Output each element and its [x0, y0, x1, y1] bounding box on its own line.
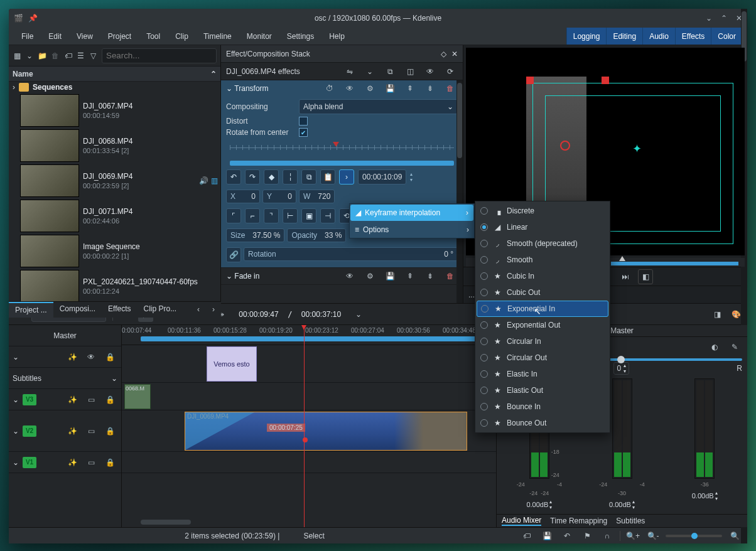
- kf-prev-icon[interactable]: ↶: [226, 169, 241, 185]
- menu-project[interactable]: Project: [100, 32, 139, 41]
- workspace-color[interactable]: Color: [711, 28, 742, 45]
- kf-del-icon[interactable]: ╎: [283, 169, 298, 185]
- tab-next-icon[interactable]: ›: [206, 302, 221, 317]
- subtitle-clip[interactable]: Vemos esto: [207, 346, 257, 382]
- h-scrollbar[interactable]: [141, 520, 191, 525]
- menu-monitor[interactable]: Monitor: [239, 32, 279, 41]
- playhead-icon[interactable]: [333, 142, 339, 147]
- workspace-editing[interactable]: Editing: [606, 28, 642, 45]
- tc-stepper[interactable]: ▴▾: [410, 171, 413, 183]
- search-input[interactable]: [102, 48, 217, 63]
- interp-bounce-out[interactable]: ★ Bounce Out: [477, 415, 608, 431]
- mon-fx-icon[interactable]: ✎: [727, 340, 742, 355]
- keyframe-icon[interactable]: ⏱: [322, 81, 337, 96]
- interp-exponential-out[interactable]: ★ Exponential Out: [477, 317, 608, 333]
- interp-elastic-in[interactable]: ★ Elastic In: [477, 366, 608, 382]
- clip-0068[interactable]: 0068.M: [124, 384, 151, 409]
- x-field[interactable]: X0: [226, 190, 260, 203]
- tc-dropdown-icon[interactable]: ⌄: [351, 307, 366, 322]
- interp-cubic-in[interactable]: ★ Cubic In: [477, 268, 608, 284]
- split-icon[interactable]: ⇋: [342, 64, 357, 79]
- snap-icon[interactable]: ∩: [600, 528, 615, 543]
- interp-smooth-deprecated-[interactable]: ◞ Smooth (deprecated): [477, 235, 608, 252]
- lock-icon[interactable]: 🔒: [102, 392, 117, 407]
- size-field[interactable]: Size37.50 %: [226, 228, 284, 242]
- menu-help[interactable]: Help: [321, 32, 352, 41]
- y-field[interactable]: Y0: [262, 190, 296, 203]
- maximize-button[interactable]: ⌃: [720, 14, 728, 23]
- interp-circular-in[interactable]: ★ Circular In: [477, 333, 608, 350]
- timer-icon[interactable]: ⟳: [443, 64, 458, 79]
- clip-item[interactable]: DJI_0068.MP4 00:01:33:54 [2]: [9, 128, 220, 163]
- crop-icon[interactable]: ◧: [638, 269, 653, 284]
- mute-icon[interactable]: ▭: [84, 392, 99, 407]
- menu-settings[interactable]: Settings: [279, 32, 321, 41]
- movedown-icon[interactable]: ⇟: [423, 269, 438, 284]
- sort-icon[interactable]: ⌃: [210, 70, 217, 78]
- mute-icon[interactable]: ▭: [84, 424, 99, 439]
- tab-audiomixer[interactable]: Audio Mixer: [502, 516, 541, 526]
- eye-icon[interactable]: 👁: [84, 350, 99, 365]
- align-mc-icon[interactable]: ▣: [301, 208, 316, 223]
- menu-keyframe-interpolation[interactable]: ◢ Keyframe interpolation›: [350, 205, 473, 221]
- timeline-timecode[interactable]: 00:00:09:47 / 00:00:37:10: [232, 310, 347, 319]
- db-input-2[interactable]: 0.00dB▴▾: [609, 499, 635, 510]
- db-input-1[interactable]: 0.00dB▴▾: [526, 499, 552, 510]
- track-collapse[interactable]: ⌄ ✨ 👁 🔒: [9, 346, 121, 368]
- pin-icon[interactable]: 📌: [28, 14, 38, 23]
- rotation-lock-icon[interactable]: 🔗: [226, 247, 241, 262]
- filter-icon[interactable]: ▽: [89, 48, 98, 63]
- lock-icon[interactable]: 🔒: [102, 455, 117, 470]
- track-head-v2[interactable]: ⌄ V2 ✨ ▭ 🔒: [9, 410, 121, 452]
- tab-subtitles[interactable]: Subtitles: [616, 516, 645, 525]
- eye-icon[interactable]: 👁: [342, 81, 357, 96]
- tab-compositions[interactable]: Composi...: [53, 302, 102, 318]
- fx-icon[interactable]: ✨: [65, 350, 80, 365]
- keyframe-ruler[interactable]: [226, 142, 458, 157]
- folder-up-icon[interactable]: 📁: [38, 48, 47, 63]
- track-tag[interactable]: V3: [23, 394, 36, 405]
- w-field[interactable]: W720: [299, 190, 335, 203]
- undo-icon[interactable]: ↶: [559, 528, 575, 543]
- compare-icon[interactable]: ◫: [402, 64, 418, 79]
- menu-view[interactable]: View: [69, 32, 100, 41]
- track-head-v1[interactable]: ⌄ V1 ✨ ▭ 🔒: [9, 452, 121, 473]
- float-icon[interactable]: ◇: [441, 50, 446, 58]
- list-icon[interactable]: ☰: [77, 48, 85, 63]
- align-tc-icon[interactable]: ⌐: [245, 208, 260, 223]
- rotation-field[interactable]: Rotation0 °: [244, 247, 458, 261]
- tab-effects[interactable]: Effects: [102, 302, 137, 318]
- add-clip-icon[interactable]: ▦: [13, 48, 21, 63]
- zoom-out-icon[interactable]: 🔍-: [645, 528, 661, 543]
- clip-item[interactable]: DJI_0067.MP4 00:00:14:59: [9, 93, 220, 128]
- menu-clip[interactable]: Clip: [168, 32, 196, 41]
- clip-item[interactable]: DJI_0071.MP4 00:02:44:06: [9, 198, 220, 233]
- chevron-icon[interactable]: ⌄: [13, 458, 19, 467]
- skip-fwd-icon[interactable]: ⏭: [618, 269, 633, 284]
- subtitles-track-head[interactable]: Subtitles⌄: [9, 368, 121, 389]
- track-tag[interactable]: V2: [23, 425, 36, 437]
- zoom-slider[interactable]: [666, 535, 722, 537]
- clip-item[interactable]: Image Sequence 00:00:00:22 [1]: [9, 233, 220, 269]
- interp-elastic-out[interactable]: ★ Elastic Out: [477, 382, 608, 399]
- clip-item[interactable]: PXL_20240621_190740447-60fps 00:00:12:24: [9, 269, 220, 303]
- interp-exponential-in[interactable]: ★ Exponential In: [477, 301, 608, 317]
- bin-header[interactable]: Name ⌃: [9, 67, 220, 82]
- chevron-icon[interactable]: ⌄: [13, 395, 19, 404]
- kf-menu-button[interactable]: ›: [339, 169, 354, 185]
- eye-icon[interactable]: 👁: [342, 269, 357, 284]
- chevron-icon[interactable]: ⌄: [13, 427, 19, 436]
- kf-copy-icon[interactable]: ⧉: [301, 169, 316, 185]
- menu-options[interactable]: ≡ Options›: [350, 222, 474, 238]
- track-head-v3[interactable]: ⌄ V3 ✨ ▭ 🔒: [9, 389, 121, 410]
- effect-timecode[interactable]: 00:00:10:09: [358, 169, 406, 185]
- keyframe-range[interactable]: [230, 161, 454, 166]
- adjust-icon[interactable]: ⚙: [362, 269, 377, 284]
- tag-icon[interactable]: 🏷: [519, 528, 534, 543]
- tab-clipprops[interactable]: Clip Pro...: [138, 302, 183, 318]
- save-icon[interactable]: 💾: [382, 81, 397, 96]
- moveup-icon[interactable]: ⇞: [402, 81, 418, 96]
- zoom-fit-icon[interactable]: 🔍: [727, 528, 742, 543]
- visible-icon[interactable]: 👁: [423, 64, 438, 79]
- interp-smooth[interactable]: ◞ Smooth: [477, 252, 608, 268]
